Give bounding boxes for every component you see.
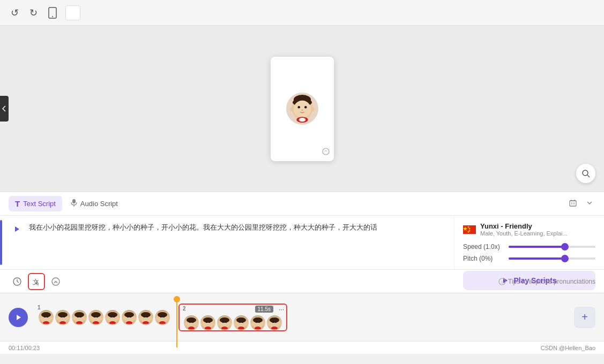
svg-point-12 (299, 118, 305, 122)
segment-1-number: 1 (38, 305, 41, 310)
svg-point-7 (304, 106, 307, 108)
svg-point-70 (130, 316, 131, 317)
redo-button[interactable]: ↻ (27, 5, 40, 21)
translate-icon: 文 A (32, 277, 41, 286)
mini-avatar-face (106, 311, 119, 324)
svg-point-59 (94, 316, 95, 317)
pitch-slider[interactable] (509, 257, 595, 260)
watermark: CSDN @Hellen_Bao (541, 345, 595, 351)
svg-point-5 (293, 101, 310, 118)
svg-point-93 (220, 317, 229, 323)
mini-avatar-s2-1 (184, 315, 199, 330)
mini-avatar-face (139, 311, 152, 324)
segment-more-icon[interactable]: ··· (279, 306, 284, 313)
mini-avatar-3 (72, 310, 87, 325)
svg-point-49 (61, 316, 62, 317)
script-tabs: T Text Script Audio Script (0, 192, 604, 216)
play-script-inline-button[interactable] (11, 223, 24, 236)
svg-point-79 (160, 316, 161, 317)
svg-point-45 (47, 316, 48, 317)
svg-point-14 (583, 170, 588, 176)
mini-avatar-8 (155, 310, 170, 325)
mini-avatar-face (268, 316, 281, 329)
svg-point-108 (270, 317, 279, 323)
svg-point-54 (77, 316, 78, 317)
time-display: 00:11/00:23 (9, 345, 40, 351)
svg-point-78 (158, 312, 167, 317)
timeline-segment-1[interactable]: 1 (34, 304, 174, 331)
svg-point-98 (236, 317, 246, 323)
speed-slider[interactable] (509, 246, 595, 248)
zoom-icon (581, 169, 590, 178)
svg-point-60 (97, 316, 98, 317)
translate-button[interactable]: 文 A (28, 273, 45, 290)
svg-point-10 (311, 107, 314, 111)
info-icon: i (498, 278, 506, 285)
svg-point-13 (323, 148, 329, 155)
script-panel: T Text Script Audio Script (0, 192, 604, 269)
svg-line-34 (17, 282, 19, 283)
svg-point-100 (242, 321, 243, 322)
undo-button[interactable]: ↺ (9, 5, 21, 21)
voice-panel: Yunxi - Friendly Male, Youth, E-Learning… (454, 216, 604, 269)
mini-avatar-s2-3 (217, 315, 232, 330)
svg-point-94 (222, 321, 223, 322)
svg-point-48 (58, 312, 68, 317)
svg-point-99 (239, 321, 240, 322)
svg-point-105 (259, 321, 260, 322)
svg-point-55 (80, 316, 81, 317)
avatar (286, 93, 318, 125)
svg-point-43 (41, 312, 51, 317)
mini-avatar-face (73, 311, 86, 324)
script-text-area: 我在小小的花园里挖呀挖，种小小的种子，开小小的花。我在大大的公园里挖呀挖挖，种大… (2, 216, 454, 269)
history-button[interactable] (9, 273, 26, 290)
tab-text-script[interactable]: T Text Script (9, 196, 62, 211)
zoom-button[interactable] (576, 164, 595, 183)
timeline-play-button[interactable] (9, 308, 28, 327)
timeline-play-icon (14, 314, 22, 321)
tips-container: i Tips to improve pronunciations (498, 278, 595, 285)
timeline-segment-2[interactable]: 2 11.5s ··· (178, 304, 287, 331)
segment-1-avatars (34, 308, 174, 327)
left-collapse-arrow[interactable] (0, 96, 9, 122)
svg-point-68 (124, 312, 134, 317)
ai-icon (51, 277, 61, 286)
svg-point-88 (203, 317, 213, 323)
segment-2-avatars (180, 313, 286, 332)
svg-point-9 (290, 107, 293, 111)
mini-avatar-5 (105, 310, 120, 325)
svg-point-90 (209, 321, 210, 322)
china-flag-icon (463, 225, 476, 234)
mini-avatar-face (40, 311, 53, 324)
timeline-area: 1 (0, 293, 604, 341)
segment-duration-badge: 11.5s (255, 306, 273, 313)
delete-script-button[interactable] (566, 196, 579, 211)
status-bar: 00:11/00:23 CSDN @Hellen_Bao (0, 341, 604, 354)
svg-point-6 (297, 106, 300, 108)
mini-avatar-face (251, 316, 264, 329)
phone-icon (46, 6, 59, 19)
svg-point-64 (110, 316, 111, 317)
avatar-image (288, 95, 316, 123)
mini-avatar-1 (39, 310, 54, 325)
top-toolbar: ↺ ↻ (0, 0, 604, 26)
voice-info: Yunxi - Friendly Male, Youth, E-Learning… (480, 222, 568, 237)
color-swatch[interactable] (65, 5, 80, 20)
expand-button[interactable] (584, 197, 595, 211)
svg-text:A: A (36, 280, 39, 285)
mini-avatar-s2-4 (234, 315, 249, 330)
svg-point-44 (44, 316, 45, 317)
add-segment-button[interactable]: + (574, 307, 595, 328)
phone-mockup (271, 57, 334, 161)
svg-point-50 (64, 316, 65, 317)
svg-point-69 (127, 316, 128, 317)
mini-avatar-face (90, 311, 102, 324)
svg-point-85 (192, 321, 193, 322)
mini-avatar-face (185, 316, 198, 329)
tab-audio-script[interactable]: Audio Script (64, 195, 124, 212)
svg-rect-16 (72, 199, 76, 203)
script-content: 我在小小的花园里挖呀挖，种小小的种子，开小小的花。我在大大的公园里挖呀挖挖，种大… (0, 216, 604, 269)
mini-avatar-s2-2 (200, 315, 215, 330)
ai-button[interactable] (47, 273, 64, 290)
mini-avatar-face (56, 311, 69, 324)
